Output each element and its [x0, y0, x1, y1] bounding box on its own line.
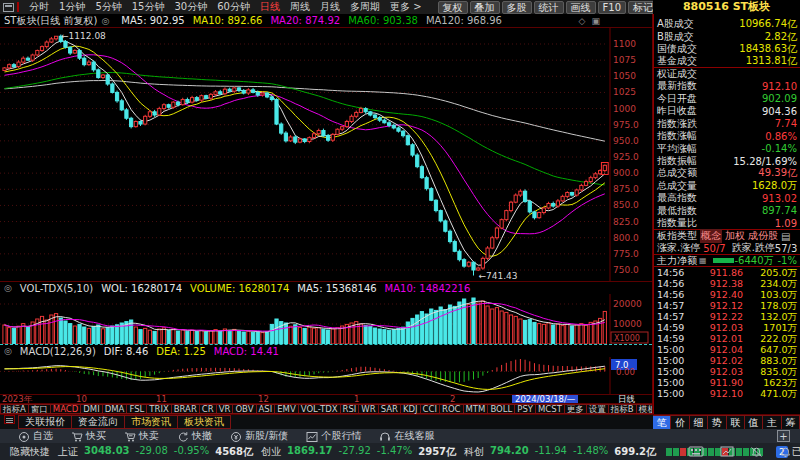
indicator-tab-MTM[interactable]: MTM: [464, 404, 489, 414]
tick-row[interactable]: 14:56912.40103.0万: [654, 289, 800, 300]
period-tab[interactable]: 1分钟: [59, 1, 85, 12]
tool-button[interactable]: 叠加: [470, 1, 500, 14]
indicator-tab-窗口[interactable]: 窗口: [29, 404, 51, 414]
tool-button[interactable]: F10: [598, 1, 626, 14]
menu-grid-icon[interactable]: [4, 415, 15, 424]
indicator-tab-设置[interactable]: 设置: [587, 404, 609, 414]
info-tab-资金流向[interactable]: 资金流向: [71, 415, 125, 429]
price-candlestick-chart[interactable]: 11001075105010251000975.0950.0925.0900.0…: [0, 28, 653, 281]
panel-tab-笔[interactable]: 笔: [653, 415, 671, 430]
info-tab-市场资讯[interactable]: 市场资讯: [124, 415, 178, 429]
tick-row[interactable]: 14:57912.12178.0万: [654, 300, 800, 311]
tick-row[interactable]: 15:00912.02883.0万: [654, 355, 800, 366]
tool-button[interactable]: 复权: [438, 1, 468, 14]
panel-tab-势[interactable]: 势: [708, 415, 726, 430]
panel-tab-细[interactable]: 细: [690, 415, 708, 430]
tick-row[interactable]: 15:00912.03835.0万: [654, 366, 800, 377]
indicator-tab-SAR[interactable]: SAR: [379, 404, 401, 414]
indicator-tab-WR[interactable]: WR: [359, 404, 378, 414]
indicator-tab-PSY[interactable]: PSY: [515, 404, 536, 414]
quick-action-新股/新债[interactable]: 新股/新债: [230, 429, 288, 443]
tick-row[interactable]: 14:56912.38234.0万: [654, 278, 800, 289]
indicator-tab-VOL-TDX[interactable]: VOL-TDX: [299, 404, 341, 414]
period-tab[interactable]: 更多 >: [390, 1, 422, 12]
indicator-tab-DMI[interactable]: DMI: [81, 404, 102, 414]
tick-row[interactable]: 15:00911.901623万: [654, 377, 800, 388]
tool-button[interactable]: 多股: [502, 1, 532, 14]
indicator-settings-icon[interactable]: ◎: [4, 283, 12, 293]
app-window-icon[interactable]: [3, 3, 14, 12]
indicator-settings-icon[interactable]: ◎: [4, 346, 12, 356]
pane-corner-icons[interactable]: ◇▣: [579, 16, 606, 26]
indicator-tab-BOLL[interactable]: BOLL: [488, 404, 515, 414]
quick-action-快卖[interactable]: 快卖: [124, 429, 159, 443]
indicator-tab-ASI[interactable]: ASI: [257, 404, 276, 414]
macd-chart[interactable]: 7.00.00: [0, 357, 653, 394]
indicator-tab-ROC[interactable]: ROC: [440, 404, 464, 414]
candle-body: [528, 202, 531, 212]
price-axis-label: 925.0: [613, 152, 639, 162]
tick-row[interactable]: 14:59912.031701万: [654, 322, 800, 333]
indicator-settings-icon[interactable]: ◎: [101, 16, 109, 26]
mini-chart-icon[interactable]: [720, 446, 734, 457]
volume-bar: [298, 327, 301, 344]
period-tab[interactable]: 5分钟: [95, 1, 121, 12]
period-tab[interactable]: 多周期: [350, 1, 380, 12]
indicator-tab-MACD[interactable]: MACD: [51, 404, 81, 414]
period-tab[interactable]: 30分钟: [174, 1, 207, 12]
panel-tab-主[interactable]: 主: [763, 415, 781, 430]
indicator-tab-更多[interactable]: 更多: [565, 404, 587, 414]
candle-body: [54, 36, 57, 39]
candle-body: [444, 221, 447, 231]
bell-mute-icon[interactable]: [750, 446, 763, 458]
indicator-tab-TRIX[interactable]: TRIX: [147, 404, 171, 414]
quick-action-在线客服[interactable]: 在线客服: [379, 429, 434, 443]
panel-tab-筹[interactable]: 筹: [782, 415, 800, 430]
info-tab-关联报价[interactable]: 关联报价: [18, 415, 72, 429]
quick-action-快撤[interactable]: 快撤: [177, 429, 212, 443]
tick-row[interactable]: 14:56911.86205.0万: [654, 267, 800, 278]
quick-action-自选[interactable]: 自选: [18, 429, 53, 443]
panel-tab-值[interactable]: 值: [745, 415, 763, 430]
panel-tab-价[interactable]: 价: [671, 415, 689, 430]
period-tab[interactable]: 分时: [29, 1, 49, 12]
period-tab[interactable]: 月线: [320, 1, 340, 12]
tick-row[interactable]: 15:00912.04647.0万: [654, 344, 800, 355]
list-icon[interactable]: ▤: [781, 231, 790, 242]
bell-icon[interactable]: [779, 446, 792, 458]
hide-shortcut-label[interactable]: 隐藏快捷: [10, 445, 50, 459]
indicator-tab-KDJ[interactable]: KDJ: [401, 404, 421, 414]
tick-row[interactable]: 15:00912.10471.0万: [654, 388, 800, 399]
tool-button[interactable]: 画线: [566, 1, 596, 14]
indicator-tab-CCI[interactable]: CCI: [421, 404, 440, 414]
period-tab[interactable]: 日线: [260, 1, 280, 12]
panel-tab-联[interactable]: 联: [727, 415, 745, 430]
connection-status[interactable]: 已连接: [792, 445, 800, 459]
period-tab[interactable]: 60分钟: [217, 1, 250, 12]
indicator-tab-DMA[interactable]: DMA: [103, 404, 128, 414]
tool-button[interactable]: 统计: [534, 1, 564, 14]
tick-row[interactable]: 14:57912.22132.0万: [654, 311, 800, 322]
indicator-tab-CR[interactable]: CR: [200, 404, 217, 414]
flow-detail-icon[interactable]: ▦: [699, 256, 707, 265]
indicator-tab-RSI[interactable]: RSI: [341, 404, 360, 414]
period-tab[interactable]: 周线: [290, 1, 310, 12]
indicator-tab-MCST[interactable]: MCST: [536, 404, 565, 414]
indicator-tab-指标A[interactable]: 指标A: [0, 404, 29, 414]
indicator-tab-OBV[interactable]: OBV: [233, 404, 256, 414]
info-tab-板块资讯[interactable]: 板块资讯: [177, 415, 231, 429]
tick-row[interactable]: 14:59912.01222.0万: [654, 333, 800, 344]
indicator-tab-模板[interactable]: 模板: [637, 404, 652, 414]
quick-action-快买[interactable]: 快买: [71, 429, 106, 443]
volume-bar-chart[interactable]: 2000010000X1000: [0, 294, 653, 344]
main-flow-pct: -1%: [778, 255, 797, 266]
indicator-tab-指标B[interactable]: 指标B: [609, 404, 637, 414]
indicator-tab-FSL[interactable]: FSL: [127, 404, 147, 414]
period-tab[interactable]: 15分钟: [132, 1, 165, 12]
indicator-tab-EMV[interactable]: EMV: [275, 404, 299, 414]
keyboard-icon[interactable]: [688, 446, 704, 457]
add-panel-button[interactable]: +: [777, 430, 790, 442]
indicator-tab-VR[interactable]: VR: [217, 404, 234, 414]
quick-action-个股行情[interactable]: 个股行情: [306, 429, 361, 443]
indicator-tab-BRAR[interactable]: BRAR: [172, 404, 200, 414]
